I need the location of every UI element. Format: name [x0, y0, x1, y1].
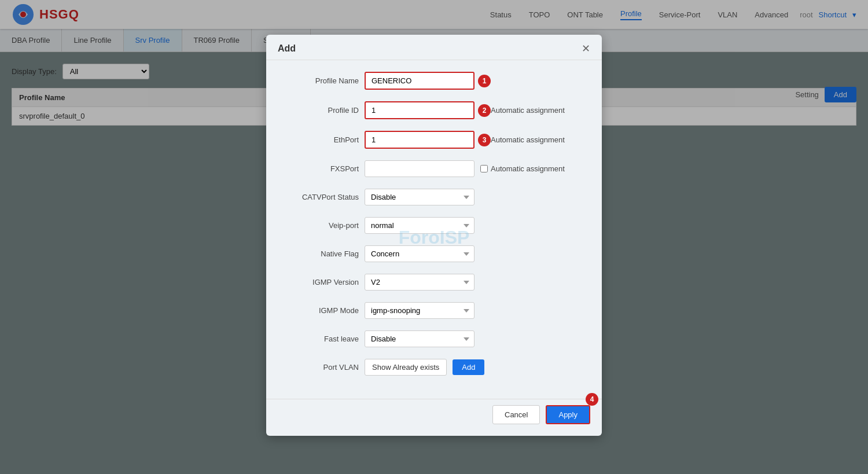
igmpmode-select[interactable]: igmp-snooping igmp-proxy — [365, 302, 475, 319]
profile-id-input[interactable] — [365, 101, 475, 119]
form-row-profile-id: Profile ID 2 Automatic assignment — [284, 101, 584, 119]
profile-id-wrapper: 2 — [365, 101, 475, 119]
modal-title: Add — [278, 43, 296, 54]
form-row-fastleave: Fast leave Disable Enable — [284, 330, 584, 347]
step-badge-1: 1 — [478, 75, 491, 87]
profile-id-auto-label: Automatic assignment — [491, 106, 565, 115]
profile-name-label: Profile Name — [284, 76, 359, 85]
form-row-profile-name: Profile Name 1 — [284, 72, 584, 90]
ethport-wrapper: 3 — [365, 131, 475, 149]
ethport-auto-label: Automatic assignment — [491, 135, 565, 144]
fxsport-auto-checkbox[interactable] — [480, 165, 488, 172]
igmpversion-select[interactable]: V2 V3 — [365, 274, 475, 291]
step-badge-4: 4 — [586, 393, 598, 406]
catvport-label: CATVPort Status — [284, 193, 359, 201]
fastleave-label: Fast leave — [284, 335, 359, 343]
form-row-ethport: EthPort 3 Automatic assignment — [284, 131, 584, 149]
nativeflag-label: Native Flag — [284, 249, 359, 258]
profile-id-auto: Automatic assignment — [480, 106, 565, 115]
fxsport-label: FXSPort — [284, 164, 359, 173]
form-row-catvport: CATVPort Status Disable Enable — [284, 189, 584, 205]
igmpversion-label: IGMP Version — [284, 278, 359, 286]
show-already-exists-button[interactable]: Show Already exists — [365, 359, 447, 376]
ethport-auto: Automatic assignment — [480, 135, 565, 144]
catvport-select[interactable]: Disable Enable — [365, 189, 475, 205]
form-row-veipport: Veip-port normal advanced ForoISP — [284, 217, 584, 234]
ethport-label: EthPort — [284, 135, 359, 144]
fastleave-select[interactable]: Disable Enable — [365, 330, 475, 347]
profile-id-label: Profile ID — [284, 106, 359, 115]
step-badge-3: 3 — [478, 134, 491, 146]
modal-header: Add ✕ — [266, 35, 602, 60]
modal-overlay: Add ✕ Profile Name 1 Profile ID 2 — [0, 0, 868, 474]
form-row-igmpmode: IGMP Mode igmp-snooping igmp-proxy — [284, 302, 584, 319]
modal-close-button[interactable]: ✕ — [582, 43, 590, 54]
profile-name-wrapper: 1 — [365, 72, 475, 90]
modal-dialog: Add ✕ Profile Name 1 Profile ID 2 — [266, 35, 602, 436]
modal-body: Profile Name 1 Profile ID 2 Automatic as… — [266, 60, 602, 399]
form-row-igmpversion: IGMP Version V2 V3 — [284, 274, 584, 291]
profile-name-input[interactable] — [365, 72, 475, 90]
igmpmode-label: IGMP Mode — [284, 306, 359, 315]
fxsport-auto: Automatic assignment — [480, 164, 565, 173]
fxsport-input[interactable] — [365, 160, 475, 177]
port-vlan-add-button[interactable]: Add — [453, 359, 484, 375]
form-row-fxsport: FXSPort Automatic assignment — [284, 160, 584, 177]
nativeflag-select[interactable]: Concern Normal — [365, 245, 475, 262]
ethport-input[interactable] — [365, 131, 475, 149]
cancel-button[interactable]: Cancel — [492, 405, 540, 424]
veipport-label: Veip-port — [284, 221, 359, 230]
modal-footer: Cancel Apply 4 — [266, 399, 602, 436]
form-row-portvlan: Port VLAN Show Already exists Add — [284, 359, 584, 376]
form-row-nativeflag: Native Flag Concern Normal — [284, 245, 584, 262]
step-badge-2: 2 — [478, 104, 491, 117]
apply-button[interactable]: Apply — [546, 405, 590, 424]
portvlan-label: Port VLAN — [284, 363, 359, 372]
fxsport-auto-label: Automatic assignment — [491, 164, 565, 173]
veipport-select[interactable]: normal advanced — [365, 217, 475, 234]
